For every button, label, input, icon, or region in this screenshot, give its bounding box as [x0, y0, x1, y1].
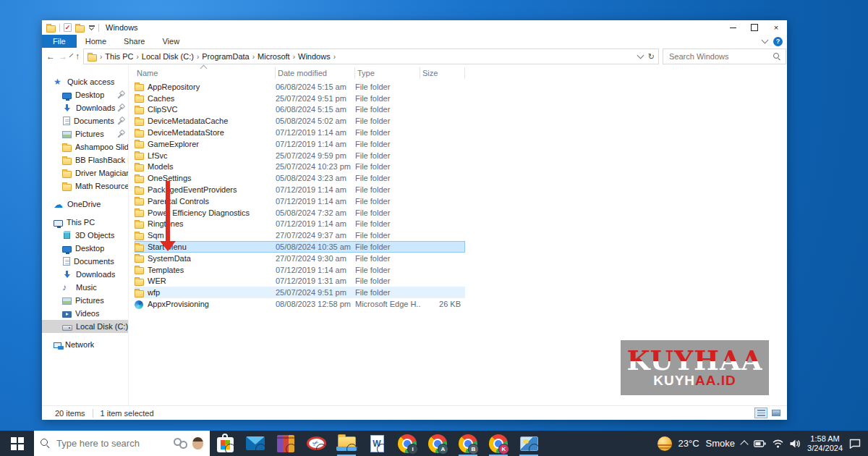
breadcrumb-item[interactable]: Local Disk (C:): [140, 52, 195, 61]
weather-icon[interactable]: [658, 436, 672, 451]
action-center-icon[interactable]: [849, 439, 861, 449]
folder-icon: [135, 187, 144, 195]
explorer-search-box[interactable]: [663, 48, 786, 64]
breadcrumb-item[interactable]: Windows: [297, 52, 332, 61]
properties-check-icon[interactable]: ✓: [64, 23, 72, 32]
file-row[interactable]: Caches 25/07/2024 9:51 pm File folder: [135, 93, 465, 104]
start-button[interactable]: [0, 431, 34, 456]
forward-button[interactable]: →: [59, 51, 67, 62]
sidebar-item-3d-objects[interactable]: 3D Objects: [42, 229, 128, 242]
thumbnail-view-button[interactable]: [770, 408, 783, 418]
new-folder-icon[interactable]: [75, 25, 85, 33]
blue-app-taskbar-button[interactable]: [514, 431, 544, 456]
sidebar-item-ashampoo-slidesho[interactable]: Ashampoo Slidesho: [42, 140, 128, 153]
weather-condition[interactable]: Smoke: [706, 438, 735, 449]
up-button[interactable]: ↑: [75, 51, 80, 62]
chrome-taskbar-button[interactable]: B: [453, 431, 483, 456]
chrome-taskbar-button[interactable]: A: [422, 431, 453, 456]
file-row[interactable]: Templates 07/12/2019 1:14 am File folder: [135, 264, 465, 276]
file-row[interactable]: OneSettings 05/08/2024 3:23 am File fold…: [135, 172, 465, 184]
file-row[interactable]: Models 25/07/2024 10:23 pm File folder: [135, 161, 465, 173]
chrome-taskbar-button[interactable]: K: [483, 431, 514, 456]
file-row[interactable]: wfp 25/07/2024 9:51 pm File folder: [135, 287, 465, 298]
file-row[interactable]: PackagedEventProviders 07/12/2019 1:14 a…: [135, 184, 465, 195]
file-row[interactable]: AppxProvisioning 08/08/2023 12:58 pm Mic…: [135, 298, 465, 310]
sidebar-item-videos[interactable]: Videos: [42, 307, 128, 320]
sidebar-item-music[interactable]: Music: [42, 281, 128, 294]
chrome-taskbar-button[interactable]: I: [392, 431, 422, 456]
taskbar-search-input[interactable]: [55, 437, 169, 449]
file-row[interactable]: DeviceMetadataCache 05/08/2024 5:02 am F…: [135, 115, 465, 127]
ribbon-tab-file[interactable]: File: [42, 35, 77, 48]
file-row[interactable]: ClipSVC 06/08/2024 5:15 am File folder: [135, 104, 465, 116]
store-taskbar-button[interactable]: [210, 431, 240, 456]
ribbon-expand-icon[interactable]: [762, 37, 769, 44]
ribbon-tab-home[interactable]: Home: [77, 35, 115, 48]
breadcrumb-item[interactable]: ProgramData: [200, 52, 250, 61]
refresh-icon[interactable]: ↻: [648, 52, 655, 62]
battery-icon[interactable]: [754, 440, 766, 447]
column-header-size[interactable]: Size: [420, 67, 465, 79]
details-view-button[interactable]: [754, 408, 767, 418]
minimize-button[interactable]: [722, 20, 744, 35]
file-row[interactable]: WER 07/12/2019 1:31 am File folder: [135, 276, 465, 287]
file-explorer-taskbar-button[interactable]: [331, 431, 362, 456]
sidebar-item-documents[interactable]: Documents: [42, 255, 128, 268]
file-row[interactable]: LfSvc 25/07/2024 9:59 pm File folder: [135, 150, 465, 161]
sidebar-item-downloads[interactable]: Downloads: [42, 101, 128, 114]
sidebar-item-pictures[interactable]: Pictures: [42, 294, 128, 307]
close-button[interactable]: ×: [765, 20, 787, 35]
winrar-taskbar-button[interactable]: [271, 431, 301, 456]
wifi-icon[interactable]: [773, 439, 783, 448]
column-headers: NameDate modifiedTypeSize: [135, 65, 465, 81]
sidebar-item-label: Documents: [74, 257, 114, 266]
restore-button[interactable]: [744, 20, 765, 35]
address-bar[interactable]: › This PC › Local Disk (C:) › ProgramDat…: [83, 48, 659, 64]
file-row[interactable]: Start Menu 05/08/2024 10:35 am File fold…: [135, 241, 465, 253]
toolbar-customize-icon[interactable]: [88, 24, 95, 31]
file-row[interactable]: Ringtones 07/12/2019 1:14 am File folder: [135, 219, 465, 230]
back-button[interactable]: ←: [46, 51, 55, 62]
sidebar-item-this-pc[interactable]: This PC: [42, 216, 128, 229]
history-dropdown-icon[interactable]: [69, 54, 74, 58]
file-row[interactable]: Parental Controls 07/12/2019 1:14 am Fil…: [135, 195, 465, 207]
mail-taskbar-button[interactable]: [240, 431, 271, 456]
snipping-tool-taskbar-button[interactable]: [301, 431, 331, 456]
help-icon[interactable]: ?: [773, 37, 783, 46]
sidebar-item-downloads[interactable]: Downloads: [42, 268, 128, 281]
sidebar-item-math-resources-stu[interactable]: Math Resources Stu: [42, 180, 128, 193]
folder-icon: [135, 267, 144, 274]
explorer-search-input[interactable]: [668, 51, 773, 62]
sidebar-item-desktop[interactable]: Desktop: [42, 242, 128, 255]
file-row[interactable]: Sqm 27/07/2024 9:37 am File folder: [135, 229, 465, 241]
sidebar-item-network[interactable]: Network: [42, 338, 128, 351]
sidebar-item-local-disk-c-[interactable]: Local Disk (C:): [42, 320, 128, 333]
taskbar-clock[interactable]: 1:58 AM 3/24/2024: [807, 434, 843, 453]
file-row[interactable]: SystemData 27/07/2024 9:30 am File folde…: [135, 253, 465, 264]
sidebar-item-pictures[interactable]: Pictures: [42, 127, 128, 140]
sidebar-item-bb-flashback-pro[interactable]: BB FlashBack Pro: [42, 153, 128, 166]
file-row[interactable]: AppRepository 06/08/2024 5:15 am File fo…: [135, 81, 465, 93]
sidebar-item-quick-access[interactable]: Quick access: [42, 75, 128, 88]
column-header-date-modified[interactable]: Date modified: [276, 67, 355, 79]
file-type: File folder: [355, 276, 420, 285]
taskbar-search-box[interactable]: [34, 431, 210, 456]
file-name: wfp: [148, 288, 276, 297]
column-header-type[interactable]: Type: [355, 67, 420, 79]
file-row[interactable]: GameExplorer 07/12/2019 1:14 am File fol…: [135, 138, 465, 150]
address-dropdown-icon[interactable]: [637, 52, 644, 59]
file-row[interactable]: DeviceMetadataStore 07/12/2019 1:14 am F…: [135, 127, 465, 138]
weather-temperature[interactable]: 23°C: [678, 438, 699, 449]
sidebar-item-onedrive[interactable]: OneDrive: [42, 198, 128, 211]
volume-icon[interactable]: [790, 439, 801, 448]
tray-overflow-icon[interactable]: [740, 440, 748, 448]
sidebar-item-desktop[interactable]: Desktop: [42, 88, 128, 101]
sidebar-item-driver-magician[interactable]: Driver Magician: [42, 166, 128, 180]
word-taskbar-button[interactable]: [362, 431, 392, 456]
sidebar-item-documents[interactable]: Documents: [42, 114, 128, 127]
breadcrumb-item[interactable]: This PC: [103, 52, 135, 61]
ribbon-tab-share[interactable]: Share: [115, 35, 153, 48]
ribbon-tab-view[interactable]: View: [153, 35, 188, 48]
breadcrumb-item[interactable]: Microsoft: [256, 52, 292, 61]
file-row[interactable]: Power Efficiency Diagnostics 05/08/2024 …: [135, 207, 465, 219]
